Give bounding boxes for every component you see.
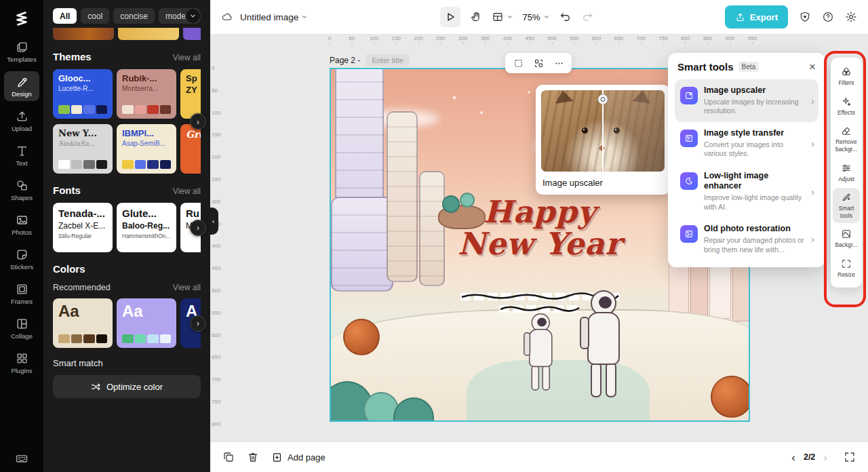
tool-effects[interactable]: Effects [833, 92, 860, 121]
app-logo[interactable] [10, 7, 33, 30]
colors-next-button[interactable]: › [190, 315, 206, 332]
sidebar-item-label: Templates [7, 56, 36, 63]
ruler-tick: 50 [212, 87, 218, 93]
delete-page-button[interactable] [247, 451, 259, 463]
tool-filters[interactable]: Filters [833, 62, 860, 91]
upscaler-before-after-image[interactable] [541, 90, 665, 172]
undo-button[interactable] [559, 11, 572, 23]
canvas-workspace[interactable]: 0501001502002503003504004505005506006507… [210, 34, 868, 442]
redo-button[interactable] [581, 11, 593, 23]
ruler-tick: 950 [748, 35, 757, 41]
sidebar-item-frames[interactable]: Frames [4, 279, 39, 309]
themes-next-button[interactable]: › [190, 113, 206, 130]
chip-cool[interactable]: cool [81, 8, 109, 24]
chip-all[interactable]: All [53, 8, 77, 24]
safety-shield-button[interactable] [799, 11, 811, 23]
smart-tool-image-upscaler[interactable]: Image upscaler Upscale images by increas… [675, 79, 818, 122]
sidebar-item-shapes[interactable]: Shapes [4, 175, 39, 205]
replace-button[interactable] [530, 55, 547, 71]
tool-background[interactable]: Backgr... [833, 224, 860, 253]
duplicate-page-button[interactable] [222, 451, 235, 463]
sidebar-item-upload[interactable]: Upload [4, 106, 39, 136]
ruler-vertical: 0501001502002503003504004505005506006507… [210, 34, 220, 442]
settings-button[interactable] [845, 11, 857, 23]
themes-title: Themes [53, 51, 92, 62]
image-upscaler-icon [680, 87, 698, 104]
theme-card-glooc[interactable]: Glooc... Lucette-R... [53, 69, 113, 119]
colors-view-all-link[interactable]: View all [173, 283, 201, 292]
marquee-select-button[interactable] [509, 55, 527, 71]
theme-card-rubik[interactable]: Rubik-... Montserra... [117, 69, 176, 119]
theme-card-partial[interactable]: Sp ZY [180, 69, 201, 119]
tool-resize[interactable]: Resize [833, 254, 860, 283]
smart-tool-title: Image style transfer [704, 128, 805, 139]
sidebar-item-photos[interactable]: Photos [4, 210, 39, 239]
fonts-title: Fonts [53, 184, 81, 196]
smart-tool-style-transfer[interactable]: Image style transfer Convert your images… [675, 122, 818, 165]
document-title-button[interactable]: Untitled image [240, 12, 308, 22]
preview-button[interactable] [440, 7, 460, 27]
top-toolbar: Untitled image 75% Export [210, 0, 868, 34]
sidebar-item-templates[interactable]: Templates [4, 37, 39, 66]
palette-swatch [71, 160, 83, 169]
smart-tool-low-light-enhancer[interactable]: Low-light image enhancer Improve low-lig… [675, 165, 818, 218]
pan-tool-button[interactable] [470, 11, 482, 23]
chevron-right-icon: › [811, 233, 814, 245]
theme-card-partial[interactable]: Gro [180, 124, 201, 174]
themes-view-all-link[interactable]: View all [173, 53, 201, 62]
image-upscaler-preview-card[interactable]: Image upscaler [536, 85, 670, 195]
struck-text-group[interactable] [331, 293, 749, 313]
next-page-button[interactable]: › [823, 452, 827, 463]
chips-expand-button[interactable] [185, 8, 201, 24]
page-title-input[interactable]: Enter title [366, 54, 409, 66]
template-thumbnail[interactable] [118, 28, 179, 40]
color-card-purple[interactable]: Aa [117, 298, 176, 348]
sidebar-item-design[interactable]: Design [4, 71, 39, 101]
previous-page-button[interactable]: ‹ [791, 452, 795, 463]
keyboard-shortcuts-button[interactable] [15, 452, 28, 465]
fullscreen-icon [844, 451, 856, 463]
more-options-button[interactable] [550, 55, 568, 71]
trash-icon [247, 451, 259, 463]
template-thumbnail[interactable] [53, 28, 114, 40]
add-page-button[interactable]: Add page [271, 452, 326, 463]
undo-icon [559, 11, 572, 23]
sidebar-item-text[interactable]: Text [4, 140, 39, 170]
tool-remove-background[interactable]: Remove backgr... [833, 121, 860, 157]
theme-card-ibmpl[interactable]: IBMPl... Asap-SemiB... [117, 124, 176, 174]
zoom-control[interactable]: 75% [523, 12, 550, 22]
hand-icon [470, 11, 482, 23]
gear-icon [845, 11, 857, 23]
compare-handle-icon[interactable] [598, 94, 608, 104]
sidebar-item-collage[interactable]: Collage [4, 313, 39, 343]
color-card-beige[interactable]: Aa [53, 298, 113, 348]
smart-tool-desc: Repair your damaged photos or bring them… [704, 236, 805, 254]
background-icon [841, 229, 852, 239]
close-icon[interactable]: × [809, 61, 816, 73]
ruler-tick: 50 [349, 35, 355, 41]
template-thumbnail[interactable] [183, 28, 201, 40]
help-button[interactable] [822, 11, 834, 23]
style-transfer-icon [680, 130, 698, 147]
panel-collapse-handle[interactable]: ‹ [210, 208, 218, 235]
sidebar-item-stickers[interactable]: Stickers [4, 244, 39, 274]
ruler-tick: 650 [212, 354, 220, 360]
chevron-down-icon [507, 14, 513, 20]
chip-concise[interactable]: concise [113, 8, 155, 24]
tool-adjust[interactable]: Adjust [833, 159, 860, 187]
palette-swatch [147, 160, 159, 169]
pages-layout-button[interactable] [492, 11, 513, 23]
export-button[interactable]: Export [725, 5, 788, 28]
smart-tool-photo-restoration[interactable]: Old photo restoration Repair your damage… [675, 218, 818, 260]
fonts-next-button[interactable]: › [190, 220, 206, 236]
fit-screen-button[interactable] [844, 451, 856, 463]
theme-card-newy[interactable]: New Y... SinkinSa... [53, 124, 113, 174]
optimize-color-button[interactable]: Optimize color [53, 375, 201, 398]
font-card-glute[interactable]: Glute... Baloo-Reg... HammersmithOn... [117, 203, 176, 252]
export-icon [735, 12, 745, 22]
font-card-tenada[interactable]: Tenada-... Zacbel X-E... Stilu-Regular [53, 203, 113, 252]
sidebar-item-plugins[interactable]: Plugins [4, 348, 39, 378]
ruler-tick: 350 [481, 35, 490, 41]
fonts-view-all-link[interactable]: View all [173, 186, 201, 196]
tool-smart-tools[interactable]: Smart tools [833, 188, 860, 223]
